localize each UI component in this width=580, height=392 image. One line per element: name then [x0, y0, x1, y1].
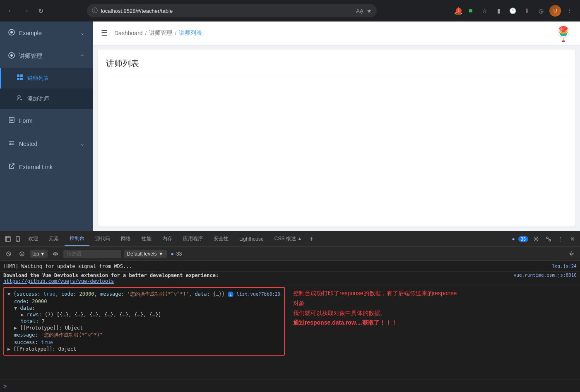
- svg-point-18: [560, 36, 567, 38]
- devtools-more-btn[interactable]: ⋮: [556, 234, 565, 244]
- filter-toggle-btn[interactable]: [17, 250, 27, 258]
- example-icon: [8, 29, 15, 37]
- svg-point-28: [546, 237, 548, 239]
- devtools-settings-btn[interactable]: [532, 234, 541, 244]
- console-comment: 控制台成功打印了response的数据，有了后端传过来的response对象我们…: [288, 285, 462, 331]
- sidebar-item-example[interactable]: Example ⌄: [0, 22, 93, 45]
- devtools-connect-btn[interactable]: [544, 234, 553, 244]
- info-circle-icon[interactable]: i: [228, 292, 233, 297]
- breadcrumb-sep1: /: [145, 30, 147, 36]
- info-icon: ⓘ: [92, 7, 98, 14]
- address-bar[interactable]: ⓘ localhost:9528/#/teacher/table AẠ ★: [87, 4, 377, 17]
- forward-button[interactable]: →: [20, 5, 31, 17]
- obj-data-label: ▼ data:: [7, 305, 281, 311]
- devtools-toolbar: top ▼ Default levels ▼ ● 33: [0, 247, 580, 261]
- obj-message-line: message: "您的操作成功啦(*^▽^*)": [7, 331, 281, 339]
- browser-actions: 🔔 1 ■ ☆ ▮ 🕐 ⇓ ◶ U ⋮: [454, 5, 575, 17]
- back-button[interactable]: ←: [5, 5, 17, 17]
- obj-prototype1-line: ▶ [[Prototype]]: Object: [7, 325, 281, 331]
- extensions-icon[interactable]: ◶: [535, 5, 547, 17]
- sidebar-item-nested[interactable]: Nested ⌄: [0, 132, 93, 155]
- svg-point-37: [570, 253, 573, 255]
- shield-icon[interactable]: ■: [465, 5, 477, 17]
- avatar[interactable]: U: [549, 5, 561, 17]
- devtools-tab-application[interactable]: 应用程序: [178, 232, 208, 246]
- devtools-tab-elements[interactable]: 元素: [44, 232, 64, 246]
- devtools-tab-css[interactable]: CSS 概述 ▲: [270, 232, 307, 246]
- default-levels-selector[interactable]: Default levels ▼: [124, 250, 167, 258]
- console-settings-btn[interactable]: [566, 250, 577, 258]
- sidebar-item-teacher-list[interactable]: 讲师列表: [0, 68, 93, 88]
- devtools-tab-welcome[interactable]: 欢迎: [23, 232, 43, 246]
- sidebar-item-teacher-mgmt-label: 讲师管理: [19, 53, 76, 60]
- svg-rect-7: [20, 78, 23, 80]
- star-icon[interactable]: ☆: [479, 5, 491, 17]
- devtools-tab-memory[interactable]: 内存: [157, 232, 177, 246]
- top-context-label: top: [32, 251, 39, 257]
- breadcrumb-parent[interactable]: 讲师管理: [149, 29, 172, 37]
- svg-point-3: [10, 54, 13, 57]
- console-object-block: ▼ {success: true, code: 20000, message: …: [3, 287, 285, 356]
- sidebar-item-add-teacher[interactable]: 添加讲师: [0, 88, 93, 109]
- add-teacher-icon: [17, 95, 23, 103]
- devtools-device-btn[interactable]: [13, 234, 22, 244]
- history-icon[interactable]: 🕐: [507, 5, 519, 17]
- clear-console-btn[interactable]: [3, 250, 14, 258]
- obj-prototype2-line: ▶ [[Prototype]]: Object: [7, 346, 281, 352]
- sidebar-item-add-teacher-label: 添加讲师: [27, 95, 84, 103]
- obj-code-line: code: 20000: [7, 298, 281, 305]
- eye-btn[interactable]: [50, 250, 61, 258]
- url-text: localhost:9528/#/teacher/table: [101, 8, 173, 14]
- devtools-tab-console[interactable]: 控制台: [65, 232, 89, 246]
- svg-point-8: [18, 96, 20, 98]
- svg-point-35: [22, 254, 22, 255]
- breadcrumb-sep2: /: [175, 30, 176, 36]
- top-context-selector[interactable]: top ▼: [30, 250, 48, 258]
- console-line-vue: Download the Vue Devtools extension for …: [0, 272, 580, 285]
- object-source[interactable]: list.vue?7bb8:29: [236, 292, 280, 297]
- sidebar-item-external-link[interactable]: External Link: [0, 155, 93, 179]
- svg-line-32: [7, 253, 10, 255]
- devtools-close-btn[interactable]: ✕: [568, 234, 577, 244]
- nested-icon: [8, 140, 15, 148]
- example-arrow: ⌄: [80, 30, 84, 36]
- devtools-add-tab-btn[interactable]: +: [308, 234, 315, 244]
- sidebar-item-example-label: Example: [19, 30, 76, 36]
- svg-rect-9: [9, 117, 14, 122]
- breadcrumb-root[interactable]: Dashboard: [114, 30, 143, 36]
- cast-icon[interactable]: ▮: [493, 5, 505, 17]
- teacher-mgmt-icon: [8, 52, 15, 60]
- console-vue-source[interactable]: vue.runtime.esm.js:8010: [514, 272, 577, 278]
- console-input[interactable]: [9, 383, 577, 389]
- vue-devtools-link[interactable]: https://github.com/vuejs/vue-devtools: [3, 278, 114, 284]
- page-area: 讲师列表: [98, 50, 575, 226]
- download-icon[interactable]: ⇓: [521, 5, 533, 17]
- obj-toggle-arrow[interactable]: ▼: [7, 291, 10, 297]
- sidebar-item-external-link-label: External Link: [19, 164, 84, 170]
- svg-point-29: [549, 239, 551, 241]
- comment-text: 控制台成功打印了response的数据，有了后端传过来的response对象我们…: [293, 290, 457, 326]
- sidebar-item-form[interactable]: Form: [0, 109, 93, 132]
- devtools-tab-network[interactable]: 网络: [116, 232, 136, 246]
- svg-rect-20: [562, 41, 565, 42]
- form-icon: [8, 117, 15, 125]
- sidebar-item-teacher-mgmt[interactable]: 讲师管理 ⌄: [0, 45, 93, 68]
- svg-point-1: [10, 31, 13, 33]
- devtools-tab-sources[interactable]: 源代码: [90, 232, 115, 246]
- devtools-tab-performance[interactable]: 性能: [137, 232, 156, 246]
- console-line-hmr: [HMR] Waiting for update signal from WDS…: [0, 263, 580, 272]
- hamburger-icon[interactable]: ☰: [101, 29, 108, 38]
- devtools-inspect-btn[interactable]: [3, 234, 12, 244]
- svg-line-30: [548, 239, 549, 239]
- devtools-tab-security[interactable]: 安全性: [209, 232, 233, 246]
- console-hmr-text: [HMR] Waiting for update signal from WDS…: [3, 263, 549, 269]
- console-hmr-source[interactable]: log.js:24: [552, 263, 577, 269]
- levels-arrow: ▼: [159, 251, 164, 257]
- more-button[interactable]: ⋮: [563, 5, 575, 17]
- reload-button[interactable]: ↻: [35, 5, 46, 17]
- devtools-panel: 欢迎 元素 控制台 源代码 网络 性能 内存 应用程序 安全性 Lighthou…: [0, 231, 580, 392]
- notification-badge[interactable]: 🔔 1: [454, 7, 462, 15]
- sidebar-item-form-label: Form: [19, 117, 84, 124]
- devtools-tab-lighthouse[interactable]: Lighthouse: [234, 232, 269, 246]
- filter-input[interactable]: [63, 250, 121, 258]
